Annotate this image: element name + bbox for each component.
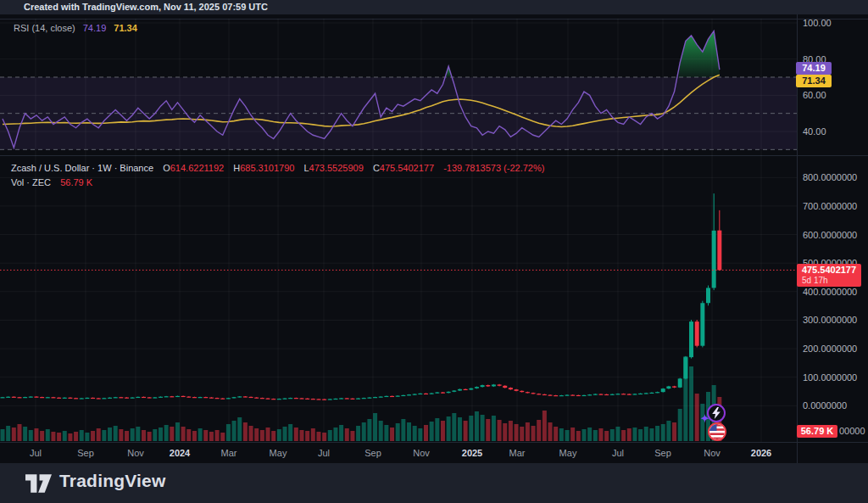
time-axis-year-label: 2024 — [170, 448, 190, 458]
high-label: H — [233, 163, 240, 173]
time-axis-month-label: Sep — [364, 448, 381, 458]
time-axis-month-label: Jul — [318, 448, 330, 458]
rsi-value: 74.19 — [83, 23, 107, 33]
volume-label: Vol · ZEC — [11, 177, 51, 187]
time-axis-month-label: May — [559, 448, 577, 458]
time-axis-year-label: 2025 — [462, 448, 482, 458]
time-axis-month-label: May — [270, 448, 287, 458]
change-value: -139.7813573 (-22.72%) — [443, 163, 544, 173]
symbol-title: Zcash / U.S. Dollar · 1W · Binance — [11, 163, 153, 173]
rsi-ma-badge: 71.34 — [796, 75, 832, 87]
time-axis-month-label: Nov — [413, 448, 430, 458]
clipped-axis-label: 00000 — [839, 425, 865, 438]
low-value: 473.5525909 — [309, 163, 364, 173]
attribution-text: Created with TradingView.com, Nov 11, 20… — [24, 2, 268, 12]
time-axis-border — [0, 442, 868, 443]
rsi-legend: RSI (14, close)74.1971.34 — [14, 23, 137, 33]
volume-row: Vol · ZEC 56.79 K — [11, 177, 544, 187]
rsi-axis-label: 100.00 — [803, 17, 832, 29]
time-axis-year-label: 2026 — [751, 448, 771, 458]
candle-countdown: 5d 17h — [797, 276, 861, 285]
high-value: 685.3101790 — [240, 163, 294, 173]
price-axis-label: 300.0000000 — [803, 314, 857, 326]
rsi-legend-title: RSI (14, close) — [14, 23, 75, 33]
time-axis-month-label: Sep — [77, 448, 94, 458]
rsi-axis-label: 40.00 — [803, 126, 826, 137]
price-axis-label: 800.0000000 — [803, 171, 857, 183]
lightning-event-icon[interactable] — [707, 404, 726, 422]
close-value: 475.5402177 — [380, 163, 434, 173]
current-price-value: 475.5402177 — [797, 265, 861, 276]
time-axis-month-label: Mar — [509, 448, 526, 458]
rsi-ma-value: 71.34 — [114, 23, 137, 33]
tradingview-chart-window: Created with TradingView.com, Nov 11, 20… — [0, 0, 868, 503]
sparkle-icon — [700, 411, 709, 427]
price-axis-label: 100.0000000 — [803, 372, 857, 383]
close-label: C — [373, 163, 380, 173]
current-price-badge: 475.5402177 5d 17h — [797, 264, 861, 287]
time-axis-month-label: Jul — [612, 448, 624, 458]
us-flag-event-icon[interactable] — [708, 422, 726, 441]
tradingview-logo-text[interactable]: TradingView — [59, 471, 166, 491]
time-axis-month-label: Nov — [704, 448, 721, 458]
price-axis-label: 400.0000000 — [803, 286, 857, 298]
time-axis-month-label: Sep — [654, 448, 671, 458]
rsi-axis-label: 60.00 — [803, 89, 826, 101]
ohlc-row: Zcash / U.S. Dollar · 1W · Binance O614.… — [11, 163, 544, 173]
attribution-bar: Created with TradingView.com, Nov 11, 20… — [0, 0, 868, 14]
price-axis-label: 700.0000000 — [803, 200, 857, 212]
tradingview-logo-icon[interactable] — [25, 474, 52, 496]
symbol-legend: Zcash / U.S. Dollar · 1W · Binance O614.… — [11, 163, 544, 187]
time-axis-month-label: Mar — [221, 448, 237, 458]
volume-value: 56.79 K — [60, 177, 92, 187]
open-label: O — [163, 163, 170, 173]
volume-badge: 56.79 K — [797, 425, 837, 438]
price-axis-label: 600.0000000 — [803, 229, 857, 241]
price-axis-label: 0.0000000 — [803, 400, 847, 411]
price-axis-label: 200.0000000 — [803, 343, 857, 355]
rsi-value-badge: 74.19 — [796, 62, 832, 75]
time-axis-month-label: Jul — [30, 448, 42, 458]
price-pane-canvas[interactable] — [0, 155, 797, 442]
open-value: 614.6221192 — [170, 163, 224, 173]
time-axis-month-label: Nov — [127, 448, 144, 458]
rsi-pane-canvas[interactable] — [0, 19, 797, 155]
